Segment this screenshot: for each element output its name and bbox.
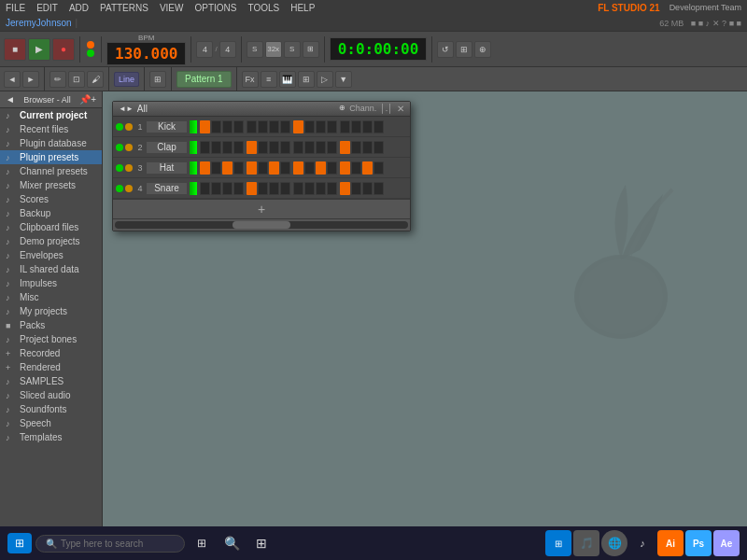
username-link[interactable]: JeremyJohnson xyxy=(6,18,72,28)
step-button[interactable] xyxy=(200,182,210,195)
line-mode[interactable]: Line xyxy=(114,72,139,87)
menu-help[interactable]: HELP xyxy=(289,3,317,13)
sidebar-item-envelopes[interactable]: ♪Envelopes xyxy=(0,248,102,262)
step-button[interactable] xyxy=(222,182,233,195)
snap3-btn[interactable]: ⊞ xyxy=(303,41,319,58)
seq-channel-row[interactable]: 4Snare xyxy=(113,178,410,199)
step-button[interactable] xyxy=(280,182,290,195)
channel-name[interactable]: Clap xyxy=(146,141,188,154)
step-button[interactable] xyxy=(351,161,361,175)
taskbar-widget-icon[interactable]: ⊞ xyxy=(189,530,215,556)
step-button[interactable] xyxy=(222,141,233,154)
step-button[interactable] xyxy=(293,182,303,195)
taskbar-app-spotify[interactable]: ♪ xyxy=(629,530,655,556)
seq-add-channel[interactable]: + xyxy=(113,199,410,218)
taskbar-apps[interactable]: ⊞ xyxy=(248,530,275,556)
sidebar-item-demo-projects[interactable]: ♪Demo projects xyxy=(0,234,102,248)
down-arrow[interactable]: ▼ xyxy=(335,71,352,88)
mix-btn[interactable]: ⊕ xyxy=(474,41,491,58)
bpm-display[interactable]: 130.000 xyxy=(106,42,186,65)
step-button[interactable] xyxy=(327,161,337,175)
step-button[interactable] xyxy=(340,161,350,175)
step-button[interactable] xyxy=(258,182,268,195)
step-button[interactable] xyxy=(258,120,268,133)
taskbar-app-ps[interactable]: Ps xyxy=(685,530,712,556)
channel-name[interactable]: Kick xyxy=(146,120,188,133)
step-button[interactable] xyxy=(293,120,303,133)
step-button[interactable] xyxy=(374,141,384,154)
step-button[interactable] xyxy=(351,141,361,154)
step-button[interactable] xyxy=(222,120,233,133)
plugin-btn[interactable]: ⊞ xyxy=(298,71,315,88)
menu-view[interactable]: VIEW xyxy=(158,3,186,13)
step-button[interactable] xyxy=(280,141,290,154)
sidebar-item-recorded[interactable]: +Recorded xyxy=(0,346,102,360)
step-button[interactable] xyxy=(304,120,315,133)
sidebar-item-soundfonts[interactable]: ♪Soundfonts xyxy=(0,402,102,416)
sidebar-add[interactable]: + xyxy=(91,94,96,105)
seq-channel-row[interactable]: 1Kick xyxy=(113,117,410,137)
step-button[interactable] xyxy=(340,141,350,154)
channel-volume[interactable] xyxy=(190,141,197,154)
step-button[interactable] xyxy=(280,120,290,133)
menu-edit[interactable]: EDIT xyxy=(35,3,60,13)
stop-button[interactable]: ■ xyxy=(4,38,26,61)
step-button[interactable] xyxy=(362,182,373,195)
channel-volume[interactable] xyxy=(190,161,197,175)
taskbar-app-fl[interactable]: 🎵 xyxy=(573,530,599,556)
step-button[interactable] xyxy=(316,141,326,154)
step-button[interactable] xyxy=(304,141,315,154)
menu-file[interactable]: FILE xyxy=(4,3,27,13)
fx-btn[interactable]: Fx xyxy=(242,71,259,88)
seq-nav-back[interactable]: ◄ xyxy=(119,105,126,113)
step-button[interactable] xyxy=(247,161,257,175)
step-button[interactable] xyxy=(222,161,233,175)
channel-led-green[interactable] xyxy=(116,123,123,131)
step-button[interactable] xyxy=(211,182,221,195)
sidebar-item-mixer-presets[interactable]: ♪Mixer presets xyxy=(0,178,102,192)
menu-patterns[interactable]: PATTERNS xyxy=(98,3,150,13)
taskbar-app-ai[interactable]: Ai xyxy=(657,530,684,556)
seq-close[interactable]: ✕ xyxy=(397,104,404,114)
sidebar-item-plugin-database[interactable]: ♪Plugin database xyxy=(0,136,102,150)
step-button[interactable] xyxy=(233,120,244,133)
snap-btn[interactable]: 32x xyxy=(265,41,282,58)
step-button[interactable] xyxy=(258,141,268,154)
seq-channel-row[interactable]: 3Hat xyxy=(113,158,410,178)
channel-led-green[interactable] xyxy=(116,164,123,172)
step-button[interactable] xyxy=(269,182,279,195)
menu-options[interactable]: OPTIONS xyxy=(192,3,238,13)
mix-ch-btn[interactable]: ≡ xyxy=(261,71,277,88)
step-button[interactable] xyxy=(233,182,244,195)
step-button[interactable] xyxy=(362,120,373,133)
seq-channel-row[interactable]: 2Clap xyxy=(113,137,410,158)
step-button[interactable] xyxy=(316,182,326,195)
channel-led-yellow[interactable] xyxy=(125,185,133,192)
step-button[interactable] xyxy=(293,161,303,175)
sidebar-item-scores[interactable]: ♪Scores xyxy=(0,192,102,206)
step-button[interactable] xyxy=(269,120,279,133)
sidebar-item-current-project[interactable]: ♪Current project xyxy=(0,108,102,122)
step-button[interactable] xyxy=(316,161,326,175)
step-button[interactable] xyxy=(200,120,210,133)
channel-led-yellow[interactable] xyxy=(125,123,133,131)
skip-btn[interactable]: ⊞ xyxy=(456,41,472,58)
channel-led-yellow[interactable] xyxy=(125,164,133,172)
sidebar-item-rendered[interactable]: +Rendered xyxy=(0,360,102,374)
sidebar-item-my-projects[interactable]: ♪My projects xyxy=(0,304,102,318)
menu-add[interactable]: ADD xyxy=(67,3,91,13)
step-button[interactable] xyxy=(247,120,257,133)
step-button[interactable] xyxy=(280,161,290,175)
taskbar-app-chrome[interactable]: 🌐 xyxy=(601,530,627,556)
pattern-selector[interactable]: Pattern 1 xyxy=(176,71,232,88)
step-button[interactable] xyxy=(327,120,337,133)
step-button[interactable] xyxy=(362,161,373,175)
step-button[interactable] xyxy=(304,161,315,175)
step-button[interactable] xyxy=(327,141,337,154)
step-button[interactable] xyxy=(374,161,384,175)
step-button[interactable] xyxy=(362,141,373,154)
sidebar-item-il-shared-data[interactable]: ♪IL shared data xyxy=(0,262,102,276)
scrollbar-thumb[interactable] xyxy=(233,221,291,229)
paint-tool[interactable]: 🖌 xyxy=(87,71,104,88)
sidebar-item-impulses[interactable]: ♪Impulses xyxy=(0,276,102,290)
